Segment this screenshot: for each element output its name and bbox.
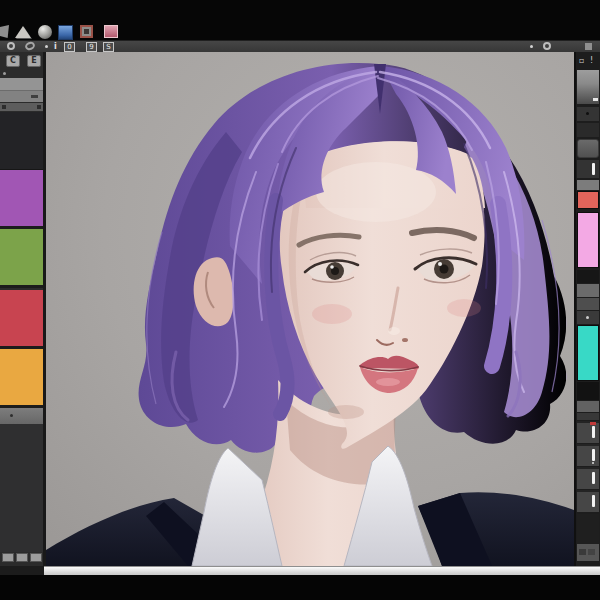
- canvas[interactable]: [46, 52, 574, 566]
- slider-handle[interactable]: [592, 163, 595, 175]
- red-tick-icon: [590, 422, 596, 425]
- tab-c[interactable]: C: [6, 55, 20, 67]
- mixer-handle-3[interactable]: [592, 472, 595, 484]
- scroll-left-arrow[interactable]: [2, 105, 6, 109]
- lower-tool-well[interactable]: [0, 424, 43, 552]
- gray-strip-3[interactable]: [577, 401, 599, 412]
- pink-box-icon[interactable]: [104, 25, 118, 38]
- horizontal-scrollbar[interactable]: [44, 566, 600, 575]
- app-icon-row: [0, 24, 600, 40]
- mixer-slider-2[interactable]: [577, 444, 599, 466]
- gray-strip-4: [577, 413, 599, 420]
- forehead-highlight: [316, 162, 436, 222]
- panel-row-dot[interactable]: [577, 107, 599, 121]
- toolbar: i 0 9 S: [0, 40, 600, 52]
- mixer-slider-3[interactable]: [577, 467, 599, 489]
- footer-button-1[interactable]: [2, 553, 14, 562]
- clipped-gray-icon[interactable]: [0, 25, 9, 38]
- dot-icon-right: [530, 45, 533, 48]
- mixer-slider-4[interactable]: [577, 490, 599, 512]
- bottom-bezel: [0, 575, 600, 600]
- frame-0-icon[interactable]: 0: [64, 42, 75, 52]
- ring-icon-right[interactable]: [543, 42, 551, 50]
- footer-mark-2: [588, 549, 595, 555]
- ring-icon[interactable]: [7, 42, 15, 50]
- tab-e[interactable]: E: [27, 55, 41, 67]
- blush-right: [447, 299, 481, 317]
- tool-well[interactable]: [0, 112, 43, 171]
- panel-row-dot-2[interactable]: [577, 311, 599, 324]
- mini-scrollbar[interactable]: [0, 103, 43, 111]
- preview-strip-1[interactable]: [0, 78, 43, 91]
- mini-square-icon[interactable]: [585, 43, 592, 50]
- sphere-icon[interactable]: [38, 25, 52, 39]
- scroll-right-arrow[interactable]: [37, 105, 41, 109]
- mixer-handle-2[interactable]: [592, 449, 595, 461]
- ellipse-icon[interactable]: [24, 40, 36, 51]
- swatch-pink[interactable]: [577, 212, 599, 268]
- swatch-red[interactable]: [0, 290, 43, 349]
- mixer-dot: [592, 462, 594, 464]
- gray-strip-2[interactable]: [577, 298, 599, 310]
- info-icon[interactable]: i: [54, 42, 57, 52]
- bang-icon[interactable]: !: [590, 56, 600, 66]
- chin-shadow: [328, 405, 364, 419]
- light-strip: [577, 180, 599, 190]
- dark-gap-2: [577, 514, 599, 544]
- header-dot-icon: [10, 414, 13, 417]
- blue-cube-icon[interactable]: [58, 25, 73, 40]
- panel-section-header[interactable]: [0, 408, 43, 424]
- frame-s-icon[interactable]: S: [103, 42, 114, 52]
- gray-strip-1[interactable]: [577, 284, 599, 297]
- panel-button[interactable]: [577, 139, 599, 158]
- mixer-slider-1[interactable]: [577, 421, 599, 443]
- prism-icon[interactable]: [15, 26, 31, 38]
- eye-highlight-left: [330, 265, 334, 269]
- swatch-orange[interactable]: [0, 349, 43, 408]
- value-slider[interactable]: [577, 160, 599, 178]
- dot-icon: [45, 45, 48, 48]
- swatch-green[interactable]: [0, 229, 43, 288]
- bullet-icon: [3, 72, 6, 75]
- preview-strip-2[interactable]: [0, 91, 43, 102]
- gradient-preview[interactable]: [577, 70, 599, 104]
- artwork-portrait: [46, 52, 574, 566]
- swatch-teal[interactable]: [577, 325, 599, 381]
- blush-left: [312, 304, 352, 324]
- swatch-purple[interactable]: [0, 170, 43, 229]
- black-gap: [577, 382, 599, 400]
- lip-highlight: [376, 378, 400, 386]
- panel-row-blank[interactable]: [577, 123, 599, 137]
- nose-highlight: [388, 327, 400, 335]
- swatch-salmon[interactable]: [577, 191, 599, 209]
- frame-9-icon[interactable]: 9: [86, 42, 97, 52]
- footer-button-3[interactable]: [30, 553, 42, 562]
- row-dot-icon-2: [586, 316, 589, 319]
- left-tool-panel: C E: [0, 52, 46, 575]
- row-dot-icon: [586, 112, 589, 115]
- footer-strip[interactable]: [577, 544, 599, 561]
- framed-box-icon[interactable]: [80, 25, 93, 38]
- eye-highlight-right: [438, 262, 442, 266]
- footer-mark-1: [579, 549, 586, 555]
- mixer-handle-4[interactable]: [592, 495, 595, 507]
- strip-handle[interactable]: [31, 95, 38, 98]
- gradient-tick: [593, 98, 598, 101]
- pupil-right: [440, 265, 449, 274]
- mixer-handle-1[interactable]: [592, 426, 595, 438]
- footer-button-2[interactable]: [16, 553, 28, 562]
- dark-gap: [577, 270, 599, 283]
- right-tool-panel: ▫ !: [574, 52, 600, 566]
